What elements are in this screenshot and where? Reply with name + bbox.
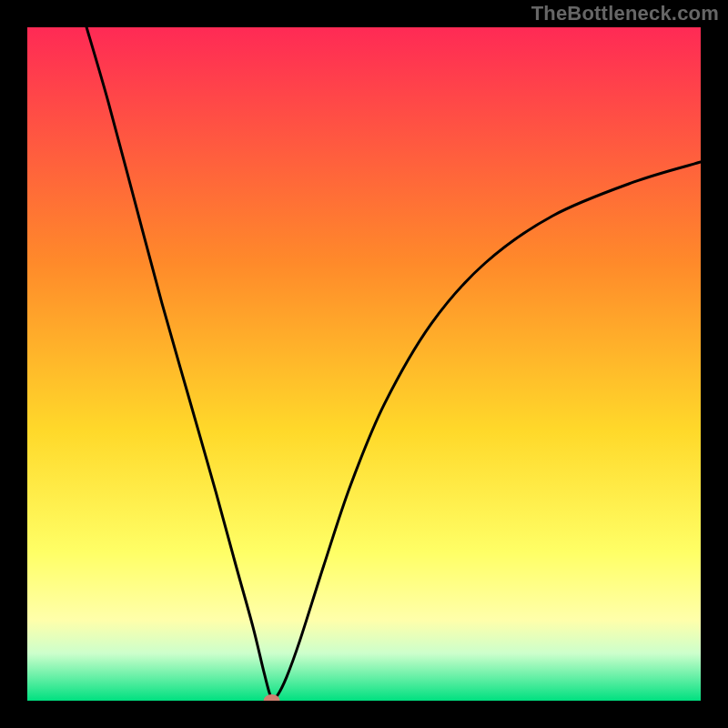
watermark-text: TheBottleneck.com: [531, 2, 719, 25]
chart-root: { "watermark": "TheBottleneck.com", "cha…: [0, 0, 728, 728]
bottleneck-chart: [0, 0, 728, 728]
plot-background: [27, 27, 701, 701]
